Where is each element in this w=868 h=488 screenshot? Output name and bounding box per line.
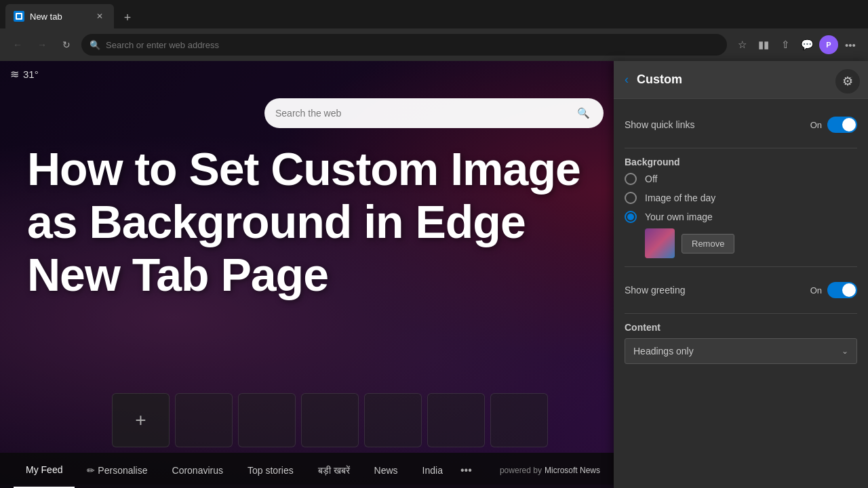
toggle-knob	[842, 118, 856, 131]
quick-link-slot-6[interactable]	[490, 393, 548, 447]
nav-item-india[interactable]: India	[410, 453, 455, 488]
background-thumbnail	[645, 228, 675, 258]
radio-imageday-label: Image of the day	[645, 192, 715, 203]
bottom-navigation: My Feed ✏ Personalise Coronavirus Top st…	[0, 453, 614, 488]
profile-avatar[interactable]: P	[819, 35, 838, 54]
address-input[interactable]	[106, 40, 719, 50]
nav-label-india: India	[422, 465, 443, 476]
show-greeting-label: Show greeting	[625, 285, 686, 296]
quick-link-slot-2[interactable]	[238, 393, 296, 447]
nav-item-topstories[interactable]: Top stories	[235, 453, 306, 488]
settings-back-button[interactable]: ‹	[625, 73, 629, 87]
background-radio-group: Off Image of the day Your own image	[625, 173, 857, 223]
show-greeting-row: Show greeting On	[625, 275, 857, 305]
add-quick-link-button[interactable]: +	[112, 393, 170, 447]
search-button[interactable]: 🔍	[574, 104, 593, 123]
hero-text: How to Set Custom Image as Background in…	[27, 142, 590, 302]
quick-links-label: Show quick links	[625, 119, 695, 130]
active-tab[interactable]: New tab ✕	[5, 4, 114, 28]
nav-label-hindi: बड़ी खबरें	[318, 465, 350, 476]
background-option-imageday[interactable]: Image of the day	[625, 192, 857, 204]
settings-body: Show quick links On Background Off	[614, 99, 868, 488]
quick-links-row: Show quick links On	[625, 110, 857, 140]
main-area: ⚙ ≋ 31° 🔍 How to Set Custom Image as Bac…	[0, 61, 868, 488]
toolbar-icons: ☆ ▮▮ ⇧ 💬 P •••	[732, 35, 860, 54]
show-greeting-toggle[interactable]	[827, 282, 857, 298]
quick-link-slot-4[interactable]	[364, 393, 422, 447]
weather-temp: 31°	[23, 68, 39, 80]
nav-label-news: News	[374, 465, 398, 476]
chevron-down-icon: ⌄	[842, 346, 848, 356]
nav-item-myfeed[interactable]: My Feed	[14, 453, 75, 488]
radio-ownimage-label: Your own image	[645, 211, 713, 222]
search-box[interactable]: 🔍	[264, 98, 604, 128]
back-button[interactable]: ←	[8, 35, 27, 54]
quick-links-toggle-wrap: On	[810, 117, 857, 133]
powered-by-text: powered by	[500, 466, 542, 475]
nav-label-personalise: ✏ Personalise	[87, 465, 147, 476]
address-bar: ← → ↻ 🔍 ☆ ▮▮ ⇧ 💬 P •••	[0, 28, 868, 61]
background-option-ownimage[interactable]: Your own image	[625, 211, 857, 223]
content-section-title: Content	[625, 322, 857, 333]
powered-by: powered by Microsoft News	[500, 466, 600, 475]
background-section-title: Background	[625, 157, 857, 167]
radio-off-label: Off	[645, 174, 657, 184]
nav-item-hindi[interactable]: बड़ी खबरें	[306, 453, 362, 488]
browser-chrome: New tab ✕ + ← → ↻ 🔍 ☆ ▮▮ ⇧ 💬 P •••	[0, 0, 868, 61]
tab-favicon	[14, 11, 24, 22]
own-image-controls: Remove	[625, 228, 857, 258]
radio-imageday-circle	[625, 192, 637, 204]
collections-icon[interactable]: ▮▮	[754, 35, 773, 54]
add-icon: +	[135, 409, 146, 431]
quick-link-slot-5[interactable]	[427, 393, 485, 447]
nav-label-topstories: Top stories	[248, 465, 294, 476]
tab-bar: New tab ✕ +	[0, 0, 868, 28]
content-dropdown[interactable]: Headings only ⌄	[625, 338, 857, 364]
settings-header: ‹ Custom ✕	[614, 61, 868, 99]
tab-title: New tab	[30, 12, 88, 22]
radio-off-circle	[625, 173, 637, 185]
search-icon: 🔍	[90, 40, 100, 50]
divider-3	[625, 313, 857, 314]
settings-panel: ‹ Custom ✕ Show quick links On Backgroun…	[614, 61, 868, 488]
remove-image-button[interactable]: Remove	[682, 234, 734, 253]
weather-bar: ≋ 31°	[10, 68, 39, 81]
gear-icon: ⚙	[842, 74, 853, 89]
toggle-knob-2	[842, 283, 856, 297]
quick-links-toggle[interactable]	[827, 117, 857, 133]
content-dropdown-value: Headings only	[633, 346, 842, 357]
share-icon[interactable]: ⇧	[776, 35, 795, 54]
nav-label-coronavirus: Coronavirus	[172, 465, 223, 476]
weather-icon: ≋	[10, 68, 19, 81]
radio-ownimage-circle	[625, 211, 637, 223]
nav-label-myfeed: My Feed	[26, 464, 62, 475]
quick-link-slot-1[interactable]	[175, 393, 233, 447]
nav-item-news[interactable]: News	[362, 453, 410, 488]
feedback-icon[interactable]: 💬	[797, 35, 816, 54]
nav-more-button[interactable]: •••	[455, 464, 477, 476]
new-tab-button[interactable]: +	[117, 7, 138, 28]
show-greeting-toggle-wrap: On	[810, 282, 857, 298]
address-input-wrap[interactable]: 🔍	[81, 34, 727, 56]
radio-dot	[627, 214, 634, 220]
search-container: 🔍	[264, 98, 604, 128]
settings-dots-icon[interactable]: •••	[841, 35, 860, 54]
reload-button[interactable]: ↻	[57, 35, 76, 54]
background-option-off[interactable]: Off	[625, 173, 857, 185]
quick-links: +	[112, 393, 548, 447]
ms-news-brand: Microsoft News	[545, 466, 600, 475]
nav-item-coronavirus[interactable]: Coronavirus	[160, 453, 235, 488]
search-input[interactable]	[275, 108, 567, 119]
settings-panel-title: Custom	[637, 73, 833, 87]
customize-gear-button[interactable]: ⚙	[835, 69, 860, 94]
nav-item-personalise[interactable]: ✏ Personalise	[75, 453, 159, 488]
divider-1	[625, 148, 857, 148]
quick-link-slot-3[interactable]	[301, 393, 359, 447]
forward-button[interactable]: →	[33, 35, 52, 54]
quick-links-state: On	[810, 120, 822, 130]
favorites-icon[interactable]: ☆	[732, 35, 751, 54]
divider-2	[625, 266, 857, 267]
tab-close-button[interactable]: ✕	[94, 10, 106, 22]
show-greeting-state: On	[810, 285, 822, 296]
